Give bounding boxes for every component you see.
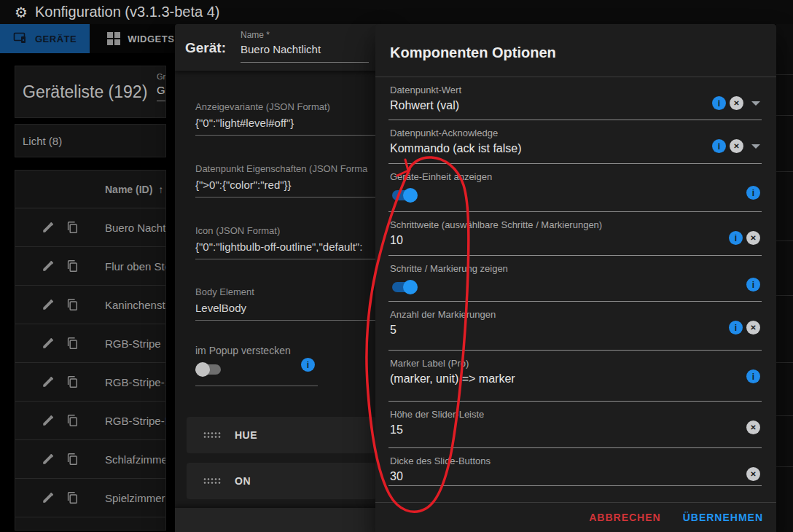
option-row-anzahl-markierungen: Anzahl der Markierungen 5 i ✕ xyxy=(375,302,776,351)
device-name: RGB-Stripe-1 xyxy=(105,376,166,388)
option-row-geraete-einheit: Geräte-Einheit anzeigen i xyxy=(375,164,776,212)
option-row-marker-label: Marker Label (Pro) (marker, unit) => mar… xyxy=(375,351,776,402)
copy-icon[interactable] xyxy=(66,298,79,311)
copy-icon[interactable] xyxy=(66,453,79,466)
marks-toggle[interactable] xyxy=(390,280,418,294)
table-row[interactable]: RGB-Stripe-1 xyxy=(15,363,165,402)
gear-icon: ⚙ xyxy=(15,5,28,20)
cancel-button[interactable]: ABBRECHEN xyxy=(589,512,660,523)
widgets-icon xyxy=(107,32,120,45)
option-row-dicke-button: Dicke des Slide-Buttons 30 ✕ xyxy=(375,448,776,486)
device-name-field[interactable]: Name * Buero Nachtlicht xyxy=(241,30,372,63)
copy-icon[interactable] xyxy=(66,414,79,427)
app-title: Konfiguration (v3.1.3-beta 4) xyxy=(35,4,220,20)
edit-icon[interactable] xyxy=(42,491,55,504)
clear-icon[interactable]: ✕ xyxy=(746,231,760,245)
device-table: Name (ID) ↑ Buero Nachtlic Flur oben Ste… xyxy=(15,170,166,531)
device-dialog-header: Gerät: Name * Buero Nachtlicht xyxy=(175,24,386,71)
apply-button[interactable]: ÜBERNEHMEN xyxy=(683,512,763,523)
grouping-select[interactable]: Grupp Gew xyxy=(157,72,166,101)
devices-icon xyxy=(13,32,28,46)
icon-json-field[interactable]: Icon (JSON Format) {"0":"lightbulb-off-o… xyxy=(195,225,386,259)
info-icon[interactable]: i xyxy=(746,186,760,200)
clear-icon[interactable]: ✕ xyxy=(746,467,760,481)
info-icon[interactable]: i xyxy=(712,96,726,110)
table-row[interactable]: Schlafzimmer xyxy=(15,440,165,479)
option-input-value[interactable]: 10 xyxy=(390,234,776,247)
edit-icon[interactable] xyxy=(42,414,55,427)
options-dialog-actions: ABBRECHEN ÜBERNEHMEN xyxy=(375,503,776,532)
info-icon[interactable]: i xyxy=(729,231,743,245)
copy-icon[interactable] xyxy=(66,259,79,273)
clear-icon[interactable]: ✕ xyxy=(746,321,760,335)
table-row[interactable]: Spielzimmer N xyxy=(15,479,165,517)
option-row-datenpunkt-wert: Datenpunkt-Wert Rohwert (val) i ✕ xyxy=(375,77,776,120)
copy-icon[interactable] xyxy=(66,221,79,234)
tab-widgets[interactable]: WIDGETS xyxy=(94,24,187,53)
clear-icon[interactable]: ✕ xyxy=(730,139,743,153)
info-icon[interactable]: i xyxy=(301,358,315,372)
datapoint-item-hue[interactable]: HUE xyxy=(187,417,376,453)
device-name: RGB-Stripe-Kin xyxy=(105,415,166,427)
tab-geraete-label: GERÄTE xyxy=(35,34,77,44)
copy-icon[interactable] xyxy=(66,491,79,504)
info-icon[interactable]: i xyxy=(746,369,760,383)
datapoint-label: ON xyxy=(235,475,251,487)
sort-ascending-icon[interactable]: ↑ xyxy=(158,184,163,195)
info-icon[interactable]: i xyxy=(746,278,760,292)
table-row[interactable]: Buero Nachtlic xyxy=(15,208,165,247)
device-name: Buero Nachtlic xyxy=(105,222,166,234)
chevron-down-icon[interactable] xyxy=(751,144,760,149)
device-group-section[interactable]: Licht (8) xyxy=(15,124,166,157)
clear-icon[interactable]: ✕ xyxy=(746,420,760,434)
app-header: ⚙ Konfiguration (v3.1.3-beta 4) xyxy=(0,0,793,24)
device-name: Spielzimmer N xyxy=(105,492,166,504)
table-row[interactable]: Kaninchenstal xyxy=(15,286,165,324)
hide-in-popup-toggle[interactable] xyxy=(195,362,223,377)
device-name: Kaninchenstal xyxy=(105,299,166,311)
table-row xyxy=(15,517,165,531)
drag-handle-icon[interactable] xyxy=(203,477,222,485)
device-name-label: Name * xyxy=(241,30,372,40)
display-variant-field[interactable]: Anzeigevariante (JSON Format) {"0":"ligh… xyxy=(195,101,386,136)
option-input-value[interactable]: 5 xyxy=(390,324,776,337)
edit-icon[interactable] xyxy=(42,298,55,311)
body-element-field[interactable]: Body Element LevelBody xyxy=(195,286,386,321)
table-row[interactable]: RGB-Stripe xyxy=(15,324,165,363)
column-header-name[interactable]: Name (ID) ↑ xyxy=(105,184,163,195)
edit-icon[interactable] xyxy=(42,221,55,234)
table-row[interactable]: RGB-Stripe-Kin xyxy=(15,402,165,440)
info-icon[interactable]: i xyxy=(729,321,743,335)
clear-icon[interactable]: ✕ xyxy=(730,96,743,110)
datapoint-label: HUE xyxy=(235,429,257,441)
device-dialog-footer xyxy=(175,508,386,532)
tab-geraete[interactable]: GERÄTE xyxy=(0,24,90,53)
background-strip xyxy=(776,24,793,532)
edit-icon[interactable] xyxy=(42,259,55,273)
table-row[interactable]: Flur oben Steh xyxy=(15,247,165,286)
option-input-value[interactable]: 30 xyxy=(390,470,776,483)
device-name-value[interactable]: Buero Nachtlicht xyxy=(241,43,372,55)
drag-handle-icon[interactable] xyxy=(203,431,222,439)
chevron-down-icon[interactable] xyxy=(751,101,760,106)
device-dialog-title: Gerät: xyxy=(185,40,226,56)
edit-icon[interactable] xyxy=(42,375,55,388)
option-input-value[interactable]: (marker, unit) => marker xyxy=(390,372,776,386)
info-icon[interactable]: i xyxy=(712,139,726,153)
edit-icon[interactable] xyxy=(42,337,55,350)
edit-icon[interactable] xyxy=(42,453,55,466)
device-list-header: Geräteliste (192) Grupp Gew xyxy=(15,66,166,118)
copy-icon[interactable] xyxy=(66,337,79,350)
datapoint-properties-field[interactable]: Datenpunkt Eigenschaften (JSON Forma {">… xyxy=(195,163,386,197)
device-list-title: Geräteliste (192) xyxy=(23,82,147,102)
configuration-app: ⚙ Konfiguration (v3.1.3-beta 4) GERÄTE W… xyxy=(0,0,793,532)
option-input-value[interactable]: 15 xyxy=(390,423,776,437)
option-row-datenpunkt-acknowledge: Datenpunkt-Acknowledge Kommando (ack ist… xyxy=(375,120,776,164)
datapoint-item-on[interactable]: ON xyxy=(187,463,376,499)
device-name: Schlafzimmer xyxy=(105,453,166,466)
device-dialog: Gerät: Name * Buero Nachtlicht Anzeigeva… xyxy=(175,24,386,532)
unit-toggle[interactable] xyxy=(390,188,418,203)
options-rows: Datenpunkt-Wert Rohwert (val) i ✕ Datenp… xyxy=(375,77,776,486)
copy-icon[interactable] xyxy=(66,375,79,388)
option-row-schrittweite: Schrittweite (auswählbare Schritte / Mar… xyxy=(375,212,776,256)
